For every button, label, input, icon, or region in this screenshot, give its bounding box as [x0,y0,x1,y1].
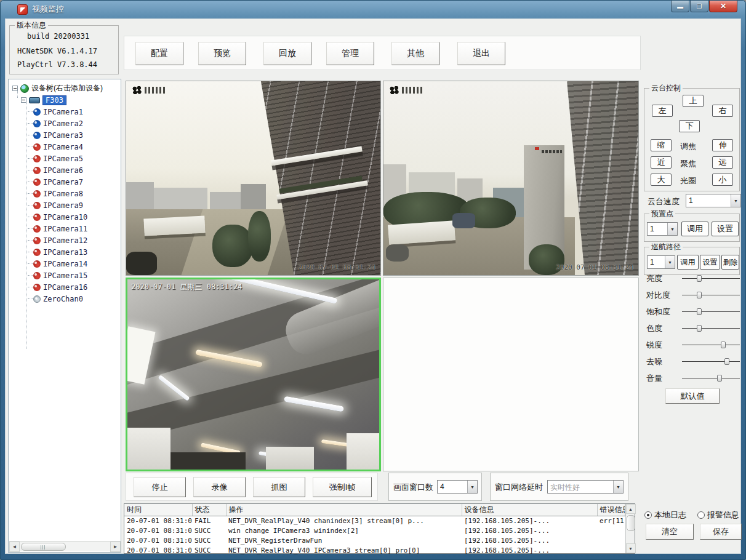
record-button[interactable]: 录像 [193,477,246,497]
force-iframe-button[interactable]: 强制I帧 [313,477,372,497]
tree-channel-item[interactable]: IPCamera6 [33,164,87,176]
tree-channel-item[interactable]: IPCamera4 [33,141,87,153]
slider-thumb[interactable] [724,358,729,365]
slider-thumb[interactable] [717,375,722,382]
tree-channel-item[interactable]: IPCamera13 [33,246,87,258]
stop-button[interactable]: 停止 [134,477,186,497]
manage-button[interactable]: 管理 [326,42,374,65]
tree-device-node[interactable]: F303 [21,94,66,106]
radio-selected-icon[interactable] [644,511,652,519]
other-button[interactable]: 其他 [391,42,439,65]
log-header-time[interactable]: 时间 [124,504,192,516]
tree-root-node[interactable]: 设备树(右击添加设备) [12,82,103,94]
collapse-icon[interactable] [21,97,26,103]
zoom-out-button[interactable]: 缩 [651,139,672,151]
log-row[interactable]: 20-07-01 08:31:02 SUCC NET_DVR_RealPlay_… [124,545,625,555]
tree-channel-item[interactable]: IPCamera5 [33,153,87,164]
scroll-right-arrow[interactable]: ► [110,542,121,552]
playback-button[interactable]: 回放 [263,42,311,65]
cruise-set-button[interactable]: 设置 [700,255,720,270]
video-pane-3-selected[interactable]: 2020-07-01 星期三 08:31:24 [126,278,381,471]
focus-far-button[interactable]: 远 [712,156,733,169]
slider-thumb[interactable] [721,342,726,348]
slider-track[interactable] [682,358,742,366]
log-row[interactable]: 20-07-01 08:31:02 SUCC win change IPCame… [124,526,625,535]
tree-channel-item[interactable]: IPCamera8 [33,188,87,199]
ptz-right-button[interactable]: 右 [712,105,733,117]
minimize-button[interactable]: ▬ [671,1,689,12]
preset-set-button[interactable]: 设置 [712,222,739,236]
alarm-info-radio[interactable]: 报警信息 [697,510,739,521]
tree-channel-item[interactable]: ZeroChan0 [33,293,87,305]
log-header-device[interactable]: 设备信息 [462,504,597,516]
network-delay-dropdown[interactable]: 实时性好▼ [547,480,624,494]
slider-track[interactable] [682,374,742,382]
close-button[interactable]: ✕ [709,1,737,12]
title-bar[interactable]: 视频监控 [0,0,746,18]
log-header-error[interactable]: 错误信息 [597,504,625,516]
config-button[interactable]: 配置 [135,42,183,65]
cruise-delete-button[interactable]: 删除 [721,255,739,270]
tree-channel-item[interactable]: IPCamera9 [33,199,87,211]
local-log-radio[interactable]: 本地日志 [644,510,686,521]
slider-thumb[interactable] [697,275,702,282]
maximize-button[interactable]: ❐ [690,1,708,12]
focus-near-button[interactable]: 近 [651,156,672,169]
ptz-down-button[interactable]: 下 [679,120,700,132]
slider-track[interactable] [682,324,742,332]
log-row[interactable]: 20-07-01 08:31:02 SUCC NET_DVR_RegisterD… [124,535,625,545]
default-values-button[interactable]: 默认值 [665,388,720,404]
slider-thumb[interactable] [697,308,702,315]
camera-icon [33,295,41,303]
log-row[interactable]: 20-07-01 08:31:02 FAIL NET_DVR_RealPlay_… [124,516,625,526]
tree-channel-item[interactable]: IPCamera2 [33,118,87,129]
slider-track[interactable] [682,274,742,282]
scrollbar-thumb[interactable] [21,543,66,551]
exit-button[interactable]: 退出 [457,42,505,65]
video-pane-1[interactable]: 2020-07-01 08:31:24 [126,81,381,276]
iris-open-button[interactable]: 大 [651,174,672,186]
cruise-call-button[interactable]: 调用 [677,255,699,270]
tree-channel-item[interactable]: IPCamera1 [33,106,87,118]
tree-channel-item[interactable]: IPCamera15 [33,270,87,281]
video3-dark-area [170,452,246,470]
slider-track[interactable] [682,308,742,316]
tree-channel-item[interactable]: IPCamera16 [33,281,87,293]
ptz-left-button[interactable]: 左 [652,105,673,117]
tree-horizontal-scrollbar[interactable]: ◄ ► [9,541,121,551]
scroll-left-arrow[interactable]: ◄ [9,542,20,552]
cruise-dropdown[interactable]: 1▼ [647,255,675,269]
tree-channel-item[interactable]: IPCamera11 [33,223,87,234]
collapse-icon[interactable] [12,86,18,91]
preset-call-button[interactable]: 调用 [681,222,708,236]
video-pane-4-empty[interactable] [383,278,639,471]
slider-track[interactable] [682,291,742,299]
zoom-in-button[interactable]: 伸 [712,139,733,151]
tree-channel-item[interactable]: IPCamera7 [33,176,87,188]
video-pane-2[interactable]: 2020-07-01 08:31:24 [383,81,639,276]
ptz-up-button[interactable]: 上 [683,95,704,107]
tree-channel-item[interactable]: IPCamera3 [33,129,87,141]
preset-dropdown[interactable]: 1▼ [647,222,678,236]
tree-channel-item[interactable]: IPCamera10 [33,211,87,223]
slider-thumb[interactable] [697,292,702,298]
preview-button[interactable]: 预览 [198,42,246,65]
ptz-speed-dropdown[interactable]: 1▼ [686,194,741,207]
window-count-dropdown[interactable]: 4▼ [437,480,478,494]
scroll-up-arrow[interactable]: ▲ [626,504,636,514]
iris-label: 光圈 [680,175,696,186]
tree-channel-item[interactable]: IPCamera12 [33,234,87,246]
scrollbar-thumb[interactable] [627,515,635,531]
scroll-down-arrow[interactable]: ▼ [626,543,636,553]
slider-thumb[interactable] [697,325,702,332]
clear-log-button[interactable]: 清空 [646,524,694,540]
log-vertical-scrollbar[interactable]: ▲ ▼ [625,504,635,553]
save-log-button[interactable]: 保存 [700,524,742,540]
tree-channel-item[interactable]: IPCamera14 [33,258,87,270]
slider-track[interactable] [682,341,742,349]
radio-unselected-icon[interactable] [697,511,705,519]
snapshot-button[interactable]: 抓图 [253,477,305,497]
log-header-status[interactable]: 状态 [192,504,226,516]
log-header-operation[interactable]: 操作 [226,504,462,516]
iris-close-button[interactable]: 小 [712,174,733,186]
